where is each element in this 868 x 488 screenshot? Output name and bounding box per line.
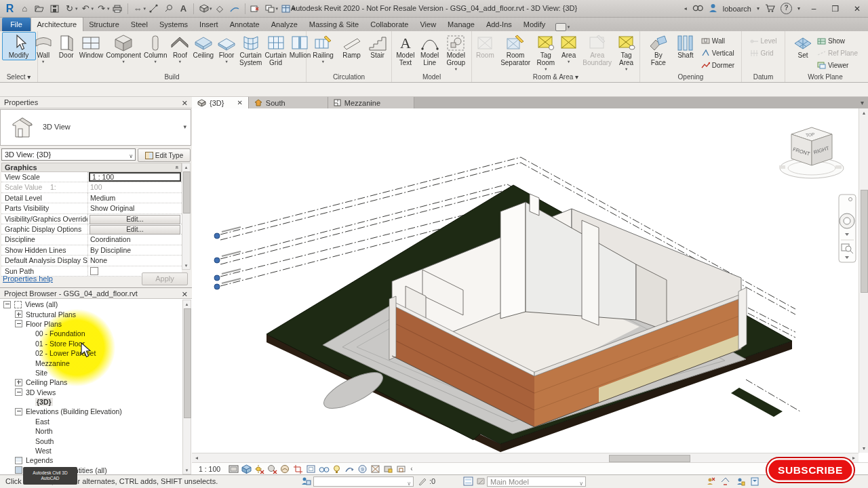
vertical-scrollbar[interactable]: ▴ ▾ bbox=[859, 108, 868, 453]
tree-item-legends[interactable]: Legends bbox=[0, 455, 182, 465]
restore-button[interactable]: ❒ bbox=[827, 4, 844, 14]
floor-button[interactable]: Floor▾ bbox=[215, 32, 238, 64]
home-icon[interactable]: ⌂ bbox=[18, 2, 32, 15]
tree-item-3d-views[interactable]: 3D Views bbox=[0, 388, 182, 397]
collapse-bar-icon[interactable]: ‹ bbox=[410, 465, 412, 472]
tab-systems[interactable]: Systems bbox=[153, 18, 193, 31]
tree-item-floor-plans[interactable]: Floor Plans bbox=[0, 319, 182, 329]
wall-button[interactable]: Wall▾ bbox=[32, 32, 55, 64]
property-row-discipline[interactable]: Discipline Coordination bbox=[1, 235, 182, 245]
switch-dropdown-icon[interactable]: ▾ bbox=[276, 6, 279, 12]
properties-scrollbar[interactable]: ▴ ▾ bbox=[182, 163, 191, 270]
panel-label-work-plane[interactable]: Work Plane bbox=[785, 73, 865, 82]
door-button[interactable]: Door bbox=[55, 32, 78, 60]
tree-item-north[interactable]: North bbox=[0, 426, 182, 436]
rendering-dialog-icon[interactable] bbox=[280, 464, 290, 474]
view-cube[interactable]: TOP FRONT RIGHT bbox=[779, 127, 844, 178]
tab-massing-site[interactable]: Massing & Site bbox=[303, 18, 364, 31]
collapse-icon[interactable] bbox=[15, 320, 22, 327]
shadows-icon[interactable] bbox=[267, 464, 277, 474]
panel-label-build[interactable]: Build bbox=[38, 73, 306, 82]
redo-icon[interactable]: ↷ bbox=[94, 2, 108, 15]
apply-button[interactable]: Apply bbox=[142, 272, 188, 285]
tree-item-01-store-floor[interactable]: 01 - Store Floor bbox=[0, 339, 182, 348]
section-graphics[interactable]: Graphics« bbox=[1, 163, 182, 172]
subscribe-button-overlay[interactable]: SUBSCRIBE bbox=[767, 458, 854, 482]
scroll-up-icon[interactable]: ▴ bbox=[182, 163, 190, 171]
filter-icon[interactable] bbox=[750, 476, 761, 487]
detail-level-icon[interactable] bbox=[229, 464, 239, 474]
scrollbar-thumb[interactable] bbox=[861, 190, 868, 293]
collapse-icon[interactable] bbox=[15, 408, 22, 415]
tree-item-structural-plans[interactable]: Structural Plans bbox=[0, 309, 182, 319]
help-dropdown-icon[interactable]: ▾ bbox=[797, 5, 800, 12]
panel-label-model[interactable]: Model bbox=[392, 73, 471, 82]
reveal-hidden-elements-icon[interactable] bbox=[332, 464, 342, 474]
tag-area-button[interactable]: Tag Area▾ bbox=[614, 32, 638, 71]
shaft-button[interactable]: Shaft bbox=[672, 32, 699, 60]
model-text-button[interactable]: A Model Text bbox=[393, 32, 418, 68]
scrollbar-thumb[interactable] bbox=[184, 308, 191, 418]
editable-only-icon[interactable] bbox=[418, 476, 429, 487]
design-options-icon[interactable] bbox=[463, 476, 474, 487]
type-preview-box[interactable]: 3D View ▾ bbox=[0, 109, 191, 146]
section-icon[interactable]: ◇ bbox=[213, 2, 227, 15]
panel-label-circulation[interactable]: Circulation bbox=[307, 73, 391, 82]
tree-item-00-foundation[interactable]: 00 - Foundation bbox=[0, 329, 182, 338]
panel-label-datum[interactable]: Datum bbox=[742, 73, 785, 82]
column-button[interactable]: Column▾ bbox=[142, 32, 168, 64]
tab-collaborate[interactable]: Collaborate bbox=[365, 18, 414, 31]
tab-architecture[interactable]: Architecture bbox=[31, 17, 83, 31]
help-icon[interactable]: ? bbox=[781, 3, 792, 14]
collapse-icon[interactable] bbox=[15, 388, 22, 396]
signed-in-user[interactable]: loboarch bbox=[723, 5, 751, 13]
type-selector-arrow-icon[interactable]: ∨ bbox=[129, 151, 133, 162]
panel-label-room-area[interactable]: Room & Area ▾ bbox=[472, 73, 639, 82]
show-work-plane-button[interactable]: Show bbox=[815, 35, 860, 47]
print-icon[interactable] bbox=[111, 2, 125, 15]
scroll-left-icon[interactable]: ◂ bbox=[192, 453, 201, 462]
model-line-button[interactable]: Model Line bbox=[418, 32, 442, 68]
tab-steel[interactable]: Steel bbox=[125, 18, 153, 31]
tree-item-02-lower-parapet[interactable]: 02 - Lower Parapet bbox=[0, 348, 182, 358]
redo-dropdown-icon[interactable]: ▾ bbox=[107, 6, 110, 12]
ceiling-button[interactable]: Ceiling bbox=[191, 32, 215, 60]
property-row-detail-level[interactable]: Detail Level Medium bbox=[1, 193, 182, 203]
by-face-button[interactable]: By Face bbox=[645, 32, 672, 68]
minimize-button[interactable]: – bbox=[806, 4, 822, 14]
edit-type-button[interactable]: Edit Type bbox=[138, 148, 191, 162]
canvas-3d-model[interactable]: TOP FRONT RIGHT bbox=[192, 108, 859, 453]
exclude-options-icon[interactable] bbox=[705, 476, 716, 487]
view-tab-south[interactable]: South bbox=[249, 97, 328, 108]
collapse-section-icon[interactable]: « bbox=[173, 165, 180, 169]
analytical-model-icon[interactable] bbox=[370, 464, 380, 474]
default-3d-view-icon[interactable] bbox=[197, 2, 211, 15]
temporary-hide-isolate-icon[interactable] bbox=[319, 464, 329, 474]
property-row-parts-visibility[interactable]: Parts Visibility Show Original bbox=[1, 203, 182, 214]
dormer-button[interactable]: Dormer bbox=[699, 59, 736, 71]
expand-icon[interactable] bbox=[15, 310, 22, 318]
editable-worksets-filter-icon[interactable] bbox=[735, 476, 746, 487]
tree-item-mezzanine[interactable]: Mezzanine bbox=[0, 358, 182, 367]
tree-item-views-all[interactable]: Views (all) bbox=[0, 300, 182, 309]
scroll-up-icon[interactable]: ▴ bbox=[859, 108, 868, 117]
scrollbar-thumb[interactable] bbox=[609, 455, 690, 462]
tree-item-elevations[interactable]: Elevations (Building Elevation) bbox=[0, 407, 182, 416]
curtain-system-button[interactable]: Curtain System bbox=[238, 32, 263, 68]
close-button[interactable]: ✕ bbox=[849, 4, 865, 14]
close-hidden-windows-icon[interactable] bbox=[248, 2, 262, 15]
curtain-grid-button[interactable]: Curtain Grid bbox=[263, 32, 288, 68]
view-tab-3d[interactable]: {3D} ✕ bbox=[192, 97, 249, 108]
view-dropdown-icon[interactable]: ▾ bbox=[210, 6, 212, 12]
press-drag-icon[interactable] bbox=[720, 476, 731, 487]
scroll-down-icon[interactable]: ▾ bbox=[859, 444, 868, 453]
tab-view[interactable]: View bbox=[414, 18, 442, 31]
property-row-view-scale[interactable]: View Scale 1 : 100 bbox=[1, 172, 182, 182]
tab-file[interactable]: File bbox=[2, 18, 31, 31]
property-row-graphic-display[interactable]: Graphic Display Options Edit... bbox=[1, 224, 182, 235]
property-row-analysis-display[interactable]: Default Analysis Display St... None bbox=[1, 256, 182, 266]
measure-dropdown-icon[interactable]: ▾ bbox=[144, 6, 146, 12]
undo-dropdown-icon[interactable]: ▾ bbox=[92, 6, 94, 12]
level-markers[interactable] bbox=[214, 227, 241, 289]
design-options-dropdown[interactable]: Main Model∨ bbox=[487, 476, 586, 487]
